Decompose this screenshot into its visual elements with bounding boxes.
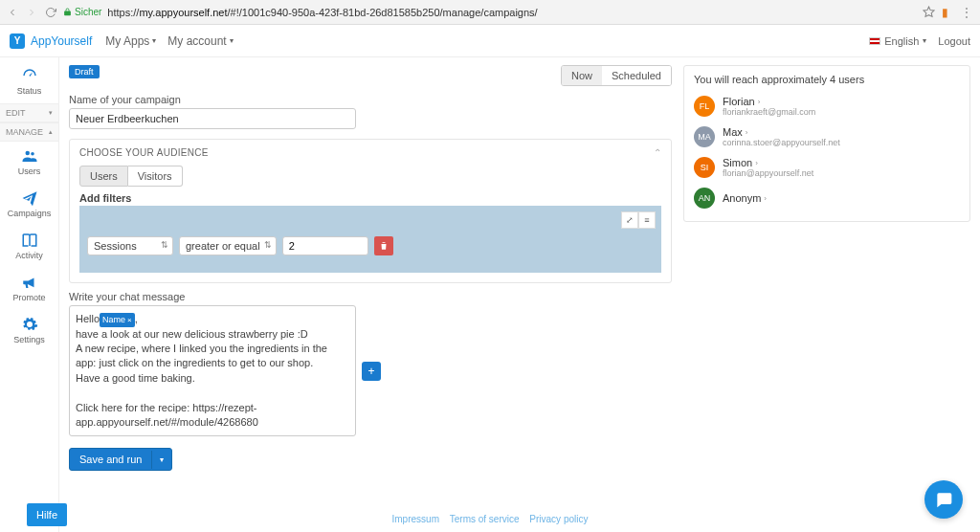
avatar: MA <box>694 126 715 147</box>
sidebar-item-status[interactable]: Status <box>0 61 58 103</box>
book-icon <box>21 232 38 249</box>
sidebar-item-promote[interactable]: Promote <box>0 268 58 310</box>
footer-privacy[interactable]: Privacy policy <box>529 514 588 524</box>
user-email: floriankraeft@gmail.com <box>723 107 815 117</box>
footer-impressum[interactable]: Impressum <box>392 514 439 524</box>
avatar: FL <box>694 96 715 117</box>
user-email: corinna.stoer@appyourself.net <box>723 138 840 147</box>
user-name: Anonym › <box>723 192 767 204</box>
footer: Impressum Terms of service Privacy polic… <box>0 514 980 524</box>
filters-area: ⤢ ≡ Sessions greater or equal <box>79 206 661 273</box>
reach-user-row[interactable]: SISimon ›florian@appyourself.net <box>694 152 960 183</box>
brand-logo[interactable]: Y AppYourself <box>10 33 92 49</box>
seg-scheduled[interactable]: Scheduled <box>602 66 671 85</box>
campaign-name-label: Name of your campaign <box>69 94 672 105</box>
top-nav: Y AppYourself My Apps▾ My account▾ Engli… <box>0 25 980 57</box>
star-icon[interactable] <box>923 6 936 19</box>
seg-now[interactable]: Now <box>562 66 602 85</box>
avatar: AN <box>694 188 715 209</box>
chip-remove-icon[interactable]: × <box>127 315 132 325</box>
campaign-name-input[interactable] <box>69 108 356 129</box>
user-name: Simon › <box>723 157 813 168</box>
paper-plane-icon <box>21 189 38 207</box>
sidebar-item-activity[interactable]: Activity <box>0 226 58 268</box>
filter-op-select[interactable]: greater or equal <box>179 236 277 255</box>
save-and-run-button[interactable]: Save and run ▾ <box>69 448 172 471</box>
footer-terms[interactable]: Terms of service <box>450 514 520 524</box>
more-icon[interactable]: ⋮ <box>961 6 974 19</box>
audience-tab-visitors[interactable]: Visitors <box>128 166 183 187</box>
gauge-icon <box>21 67 38 84</box>
user-email: florian@appyourself.net <box>723 168 813 178</box>
name-chip[interactable]: Name× <box>100 313 135 327</box>
filter-value-input[interactable] <box>282 236 368 255</box>
svg-marker-0 <box>924 7 934 16</box>
brand-name: AppYourself <box>31 34 92 48</box>
bullhorn-icon <box>21 274 38 291</box>
chat-icon <box>934 490 953 509</box>
reach-headline: You will reach approximately 4 users <box>694 74 960 85</box>
save-dropdown-caret[interactable]: ▾ <box>151 451 171 469</box>
timing-segment: Now Scheduled <box>561 65 672 86</box>
forward-icon[interactable] <box>25 6 38 19</box>
browser-chrome: Sicher https://my.appyourself.net/#!/100… <box>0 0 980 25</box>
reach-user-row[interactable]: ANAnonym › <box>694 183 960 213</box>
add-placeholder-button[interactable]: + <box>362 362 381 381</box>
chevron-up-icon: ⌃ <box>654 147 661 158</box>
reach-panel: You will reach approximately 4 users FLF… <box>683 65 970 222</box>
campaign-editor: Draft Now Scheduled Name of your campaig… <box>69 65 672 524</box>
svg-point-2 <box>31 152 34 156</box>
gear-icon <box>21 316 38 333</box>
sidebar-section-edit[interactable]: EDIT▾ <box>0 103 58 122</box>
back-icon[interactable] <box>6 6 19 19</box>
user-name: Max › <box>723 126 840 138</box>
sidebar: Status EDIT▾ MANAGE▴ Users Campaigns Act… <box>0 57 59 532</box>
users-icon <box>21 147 38 165</box>
language-selector[interactable]: English▾ <box>869 35 926 47</box>
flag-icon <box>869 37 880 45</box>
reach-user-row[interactable]: FLFlorian ›floriankraeft@gmail.com <box>694 91 960 122</box>
audience-tab-users[interactable]: Users <box>79 166 128 187</box>
message-textarea[interactable]: HelloName×, have a look at our new delic… <box>69 305 356 436</box>
filter-delete-button[interactable] <box>374 236 393 255</box>
message-label: Write your chat message <box>69 291 672 302</box>
avatar: SI <box>694 157 715 178</box>
sidebar-item-settings[interactable]: Settings <box>0 310 58 352</box>
logout-button[interactable]: Logout <box>938 35 970 47</box>
reach-user-row[interactable]: MAMax ›corinna.stoer@appyourself.net <box>694 122 960 152</box>
filter-field-select[interactable]: Sessions <box>87 236 173 255</box>
my-account-menu[interactable]: My account▾ <box>167 34 233 48</box>
secure-label: Sicher <box>75 7 101 17</box>
chevron-right-icon: › <box>758 98 761 106</box>
sidebar-section-manage[interactable]: MANAGE▴ <box>0 122 58 142</box>
address-bar[interactable]: https://my.appyourself.net/#!/1001c940-9… <box>107 7 917 18</box>
chat-fab[interactable] <box>924 480 963 519</box>
draft-badge: Draft <box>69 65 100 78</box>
reload-icon[interactable] <box>44 6 57 19</box>
filter-list-button[interactable]: ≡ <box>638 211 656 229</box>
filters-label: Add filters <box>79 192 661 204</box>
filter-expand-button[interactable]: ⤢ <box>621 211 638 229</box>
user-name: Florian › <box>723 96 815 107</box>
my-apps-menu[interactable]: My Apps▾ <box>105 34 156 48</box>
extension-icon[interactable]: ▮ <box>942 6 955 19</box>
help-button[interactable]: Hilfe <box>27 503 67 526</box>
audience-panel-header[interactable]: CHOOSE YOUR AUDIENCE ⌃ <box>70 140 671 166</box>
brand-logo-mark: Y <box>10 33 25 49</box>
chevron-right-icon: › <box>764 194 767 203</box>
audience-panel: CHOOSE YOUR AUDIENCE ⌃ Users Visitors Ad… <box>69 139 672 283</box>
svg-point-1 <box>25 151 30 156</box>
sidebar-item-users[interactable]: Users <box>0 142 58 184</box>
chevron-right-icon: › <box>746 128 748 137</box>
chevron-right-icon: › <box>755 159 758 167</box>
filter-row: Sessions greater or equal <box>87 236 654 255</box>
sidebar-item-campaigns[interactable]: Campaigns <box>0 184 58 226</box>
secure-badge: Sicher <box>63 7 101 17</box>
